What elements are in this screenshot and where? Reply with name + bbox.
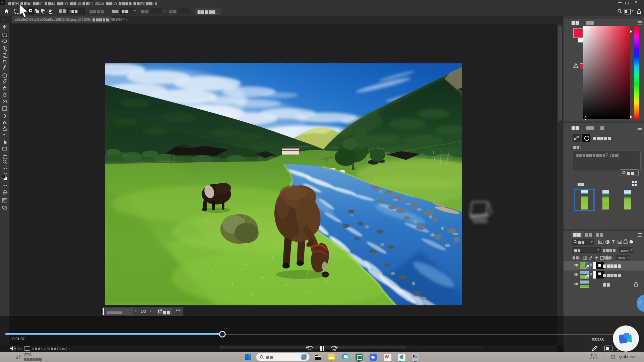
svg-text:T: T — [612, 240, 615, 244]
svg-text:T: T — [3, 133, 5, 138]
svg-text:30: 30 — [332, 348, 336, 352]
svg-text:10: 10 — [308, 348, 312, 352]
